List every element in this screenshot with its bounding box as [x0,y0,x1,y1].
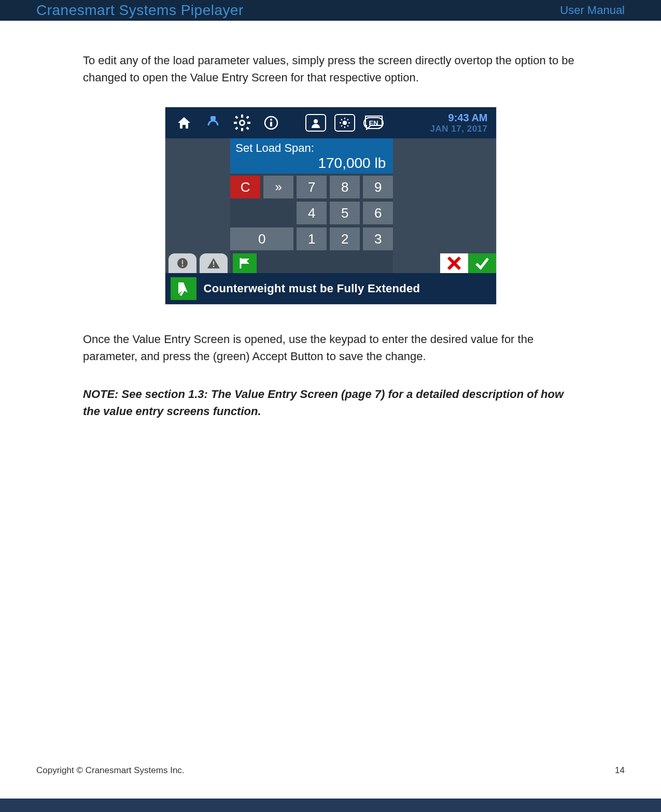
note-paragraph: NOTE: See section 1.3: The Value Entry S… [83,386,578,420]
value-prompt: Set Load Span: 170,000 lb [230,138,393,174]
doc-title: Cranesmart Systems Pipelayer [36,2,244,19]
entry-center: Set Load Span: 170,000 lb C » 7 8 9 4 5 … [230,138,393,273]
entry-left-gutter [165,138,231,273]
status-message: Counterweight must be Fully Extended [204,282,420,295]
key-0[interactable]: 0 [230,227,293,250]
svg-line-23 [341,125,342,126]
keypad: C » 7 8 9 4 5 6 0 1 2 3 [230,174,393,250]
clock-date: JAN 17, 2017 [430,124,488,134]
clock-time: 9:43 AM [430,112,488,124]
page-content: To edit any of the load parameter values… [0,21,661,420]
gear-icon[interactable] [228,107,257,138]
svg-rect-25 [182,260,183,264]
status-ok-icon [171,277,196,300]
svg-line-21 [347,125,348,126]
device-clock: 9:43 AM JAN 17, 2017 [430,112,492,134]
svg-rect-9 [246,126,249,130]
key-3[interactable]: 3 [363,227,393,250]
cancel-button[interactable] [440,253,468,273]
device-top-bar: EN 9:43 AM JAN 17, 2017 [165,107,496,138]
page-header: Cranesmart Systems Pipelayer User Manual [0,0,661,21]
doc-subtitle: User Manual [560,4,625,17]
svg-rect-0 [210,116,216,120]
svg-point-10 [241,121,244,124]
svg-line-20 [341,119,342,120]
svg-rect-7 [246,116,249,119]
svg-rect-5 [247,122,250,124]
alert-tabs [165,249,228,273]
key-blank [263,202,293,224]
flag-tab[interactable] [233,253,257,273]
key-4[interactable]: 4 [297,202,327,224]
svg-rect-2 [241,115,243,118]
spacer [286,107,301,138]
alert-warning-tab[interactable] [200,253,228,273]
page-number: 14 [615,765,625,776]
svg-rect-13 [270,122,272,126]
svg-rect-6 [235,116,238,119]
bottom-band [0,799,661,812]
alert-info-tab[interactable] [168,253,196,273]
key-clear[interactable]: C [230,176,260,198]
key-1[interactable]: 1 [297,227,327,250]
svg-rect-27 [213,261,214,265]
key-9[interactable]: 9 [363,176,393,198]
sensor-icon[interactable] [199,107,228,138]
key-5[interactable]: 5 [330,202,360,224]
entry-right-gutter [393,138,496,273]
user-icon[interactable] [301,107,330,138]
device-status-bar: Counterweight must be Fully Extended [165,273,496,304]
svg-point-28 [213,266,214,267]
info-icon[interactable] [257,107,286,138]
copyright: Copyright © Cranesmart Systems Inc. [36,765,185,776]
svg-rect-3 [241,128,243,131]
device-entry-area: Set Load Span: 170,000 lb C » 7 8 9 4 5 … [165,138,496,273]
key-2[interactable]: 2 [330,227,360,250]
svg-point-15 [343,121,347,125]
svg-rect-8 [235,126,238,130]
language-label: EN [363,117,383,129]
key-7[interactable]: 7 [297,176,327,198]
prompt-value: 170,000 lb [235,155,388,172]
accept-button[interactable] [468,253,496,273]
brightness-icon[interactable] [330,107,359,138]
page-footer: Copyright © Cranesmart Systems Inc. 14 [36,765,625,776]
svg-line-22 [347,119,348,120]
svg-rect-4 [234,122,237,124]
language-icon[interactable]: EN [359,107,388,138]
prompt-label: Set Load Span: [235,141,388,155]
svg-point-12 [270,119,272,121]
svg-point-26 [181,265,183,267]
device-icon-row: EN [170,107,430,138]
key-8[interactable]: 8 [330,176,360,198]
home-icon[interactable] [170,107,199,138]
svg-point-14 [314,119,318,123]
key-6[interactable]: 6 [363,202,393,224]
key-shift[interactable]: » [263,176,293,198]
intro-paragraph: To edit any of the load parameter values… [83,52,578,86]
key-blank [230,202,260,224]
device-screenshot: EN 9:43 AM JAN 17, 2017 [165,107,497,305]
explain-paragraph: Once the Value Entry Screen is opened, u… [83,331,578,365]
confirm-buttons [440,253,496,273]
